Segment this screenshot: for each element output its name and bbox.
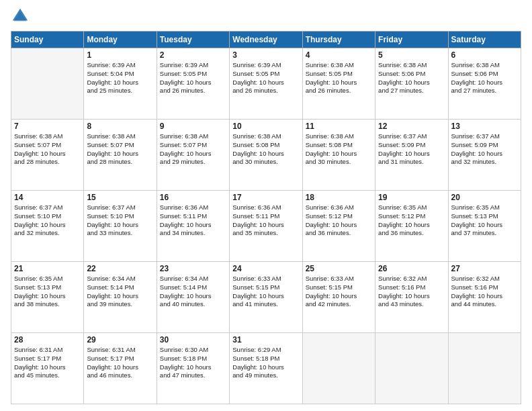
cell-content: Sunrise: 6:39 AM Sunset: 5:05 PM Dayligh… (232, 61, 299, 95)
cell-content: Sunrise: 6:34 AM Sunset: 5:14 PM Dayligh… (160, 275, 226, 309)
cell-content: Sunrise: 6:37 AM Sunset: 5:10 PM Dayligh… (14, 203, 81, 238)
calendar-cell: 16Sunrise: 6:36 AM Sunset: 5:11 PM Dayli… (157, 191, 229, 262)
day-number: 1 (87, 50, 153, 60)
day-number: 10 (232, 122, 299, 131)
cell-content: Sunrise: 6:35 AM Sunset: 5:12 PM Dayligh… (378, 203, 445, 238)
cell-content: Sunrise: 6:29 AM Sunset: 5:18 PM Dayligh… (232, 346, 299, 380)
calendar-week-row: 21Sunrise: 6:35 AM Sunset: 5:13 PM Dayli… (11, 262, 521, 333)
logo (11, 7, 32, 26)
cell-content: Sunrise: 6:38 AM Sunset: 5:06 PM Dayligh… (451, 61, 518, 95)
day-number: 28 (14, 335, 81, 345)
cell-content: Sunrise: 6:38 AM Sunset: 5:07 PM Dayligh… (87, 132, 153, 167)
calendar-cell: 15Sunrise: 6:37 AM Sunset: 5:10 PM Dayli… (84, 191, 157, 262)
logo-icon (11, 7, 30, 26)
calendar-cell: 2Sunrise: 6:39 AM Sunset: 5:05 PM Daylig… (157, 48, 229, 120)
cell-content: Sunrise: 6:35 AM Sunset: 5:13 PM Dayligh… (14, 275, 81, 309)
calendar-cell: 23Sunrise: 6:34 AM Sunset: 5:14 PM Dayli… (157, 262, 229, 333)
day-number: 23 (160, 264, 226, 273)
calendar-week-row: 7Sunrise: 6:38 AM Sunset: 5:07 PM Daylig… (11, 120, 521, 191)
day-of-week-header: Friday (375, 32, 448, 48)
day-number: 5 (378, 50, 445, 60)
cell-content: Sunrise: 6:39 AM Sunset: 5:05 PM Dayligh… (160, 61, 226, 95)
calendar-cell: 29Sunrise: 6:31 AM Sunset: 5:17 PM Dayli… (84, 333, 157, 404)
day-number: 9 (160, 122, 226, 131)
cell-content: Sunrise: 6:39 AM Sunset: 5:04 PM Dayligh… (87, 61, 153, 95)
calendar-cell: 30Sunrise: 6:30 AM Sunset: 5:18 PM Dayli… (157, 333, 229, 404)
cell-content: Sunrise: 6:38 AM Sunset: 5:08 PM Dayligh… (232, 132, 299, 167)
calendar-cell (375, 333, 448, 404)
calendar-cell: 22Sunrise: 6:34 AM Sunset: 5:14 PM Dayli… (84, 262, 157, 333)
calendar-cell: 21Sunrise: 6:35 AM Sunset: 5:13 PM Dayli… (11, 262, 84, 333)
calendar-cell: 31Sunrise: 6:29 AM Sunset: 5:18 PM Dayli… (230, 333, 302, 404)
calendar-body: 1Sunrise: 6:39 AM Sunset: 5:04 PM Daylig… (11, 48, 521, 404)
day-number: 16 (160, 193, 226, 202)
calendar-cell (302, 333, 375, 404)
cell-content: Sunrise: 6:38 AM Sunset: 5:07 PM Dayligh… (160, 132, 226, 167)
calendar-week-row: 28Sunrise: 6:31 AM Sunset: 5:17 PM Dayli… (11, 333, 521, 404)
calendar-cell: 18Sunrise: 6:36 AM Sunset: 5:12 PM Dayli… (302, 191, 375, 262)
calendar-cell: 24Sunrise: 6:33 AM Sunset: 5:15 PM Dayli… (230, 262, 302, 333)
day-number: 19 (378, 193, 445, 202)
header (11, 7, 521, 26)
day-of-week-header: Tuesday (157, 32, 229, 48)
calendar-cell: 11Sunrise: 6:38 AM Sunset: 5:08 PM Dayli… (302, 120, 375, 191)
day-number: 22 (87, 264, 153, 273)
cell-content: Sunrise: 6:37 AM Sunset: 5:09 PM Dayligh… (378, 132, 445, 167)
cell-content: Sunrise: 6:38 AM Sunset: 5:06 PM Dayligh… (378, 61, 445, 95)
calendar-cell: 27Sunrise: 6:32 AM Sunset: 5:16 PM Dayli… (448, 262, 521, 333)
day-number: 3 (232, 50, 299, 60)
cell-content: Sunrise: 6:38 AM Sunset: 5:07 PM Dayligh… (14, 132, 81, 167)
day-number: 12 (378, 122, 445, 131)
day-number: 30 (160, 335, 226, 345)
calendar-week-row: 14Sunrise: 6:37 AM Sunset: 5:10 PM Dayli… (11, 191, 521, 262)
cell-content: Sunrise: 6:37 AM Sunset: 5:09 PM Dayligh… (451, 132, 518, 167)
day-number: 13 (451, 122, 518, 131)
calendar-cell (448, 333, 521, 404)
day-number: 29 (87, 335, 153, 345)
calendar-cell: 25Sunrise: 6:33 AM Sunset: 5:15 PM Dayli… (302, 262, 375, 333)
calendar-page: SundayMondayTuesdayWednesdayThursdayFrid… (0, 0, 532, 411)
calendar-cell: 7Sunrise: 6:38 AM Sunset: 5:07 PM Daylig… (11, 120, 84, 191)
days-of-week-row: SundayMondayTuesdayWednesdayThursdayFrid… (11, 32, 521, 48)
day-number: 7 (14, 122, 81, 131)
day-number: 24 (232, 264, 299, 273)
calendar-cell: 14Sunrise: 6:37 AM Sunset: 5:10 PM Dayli… (11, 191, 84, 262)
day-number: 4 (306, 50, 372, 60)
calendar-cell: 17Sunrise: 6:36 AM Sunset: 5:11 PM Dayli… (230, 191, 302, 262)
day-of-week-header: Thursday (302, 32, 375, 48)
cell-content: Sunrise: 6:33 AM Sunset: 5:15 PM Dayligh… (306, 275, 372, 309)
cell-content: Sunrise: 6:36 AM Sunset: 5:11 PM Dayligh… (160, 203, 226, 238)
cell-content: Sunrise: 6:37 AM Sunset: 5:10 PM Dayligh… (87, 203, 153, 238)
day-number: 2 (160, 50, 226, 60)
calendar-cell (11, 48, 84, 120)
day-number: 27 (451, 264, 518, 273)
cell-content: Sunrise: 6:31 AM Sunset: 5:17 PM Dayligh… (14, 346, 81, 380)
calendar-cell: 12Sunrise: 6:37 AM Sunset: 5:09 PM Dayli… (375, 120, 448, 191)
calendar-cell: 5Sunrise: 6:38 AM Sunset: 5:06 PM Daylig… (375, 48, 448, 120)
cell-content: Sunrise: 6:36 AM Sunset: 5:12 PM Dayligh… (306, 203, 372, 238)
calendar-cell: 6Sunrise: 6:38 AM Sunset: 5:06 PM Daylig… (448, 48, 521, 120)
day-number: 8 (87, 122, 153, 131)
calendar-cell: 28Sunrise: 6:31 AM Sunset: 5:17 PM Dayli… (11, 333, 84, 404)
calendar-cell: 19Sunrise: 6:35 AM Sunset: 5:12 PM Dayli… (375, 191, 448, 262)
calendar-cell: 4Sunrise: 6:38 AM Sunset: 5:05 PM Daylig… (302, 48, 375, 120)
day-number: 21 (14, 264, 81, 273)
cell-content: Sunrise: 6:36 AM Sunset: 5:11 PM Dayligh… (232, 203, 299, 238)
day-number: 17 (232, 193, 299, 202)
day-of-week-header: Saturday (448, 32, 521, 48)
day-of-week-header: Wednesday (230, 32, 302, 48)
day-number: 15 (87, 193, 153, 202)
day-number: 31 (232, 335, 299, 345)
calendar-week-row: 1Sunrise: 6:39 AM Sunset: 5:04 PM Daylig… (11, 48, 521, 120)
day-of-week-header: Monday (84, 32, 157, 48)
cell-content: Sunrise: 6:33 AM Sunset: 5:15 PM Dayligh… (232, 275, 299, 309)
calendar-table: SundayMondayTuesdayWednesdayThursdayFrid… (11, 31, 521, 404)
day-number: 18 (306, 193, 372, 202)
cell-content: Sunrise: 6:30 AM Sunset: 5:18 PM Dayligh… (160, 346, 226, 380)
cell-content: Sunrise: 6:35 AM Sunset: 5:13 PM Dayligh… (451, 203, 518, 238)
calendar-header: SundayMondayTuesdayWednesdayThursdayFrid… (11, 32, 521, 48)
cell-content: Sunrise: 6:34 AM Sunset: 5:14 PM Dayligh… (87, 275, 153, 309)
calendar-cell: 9Sunrise: 6:38 AM Sunset: 5:07 PM Daylig… (157, 120, 229, 191)
calendar-cell: 10Sunrise: 6:38 AM Sunset: 5:08 PM Dayli… (230, 120, 302, 191)
calendar-cell: 26Sunrise: 6:32 AM Sunset: 5:16 PM Dayli… (375, 262, 448, 333)
